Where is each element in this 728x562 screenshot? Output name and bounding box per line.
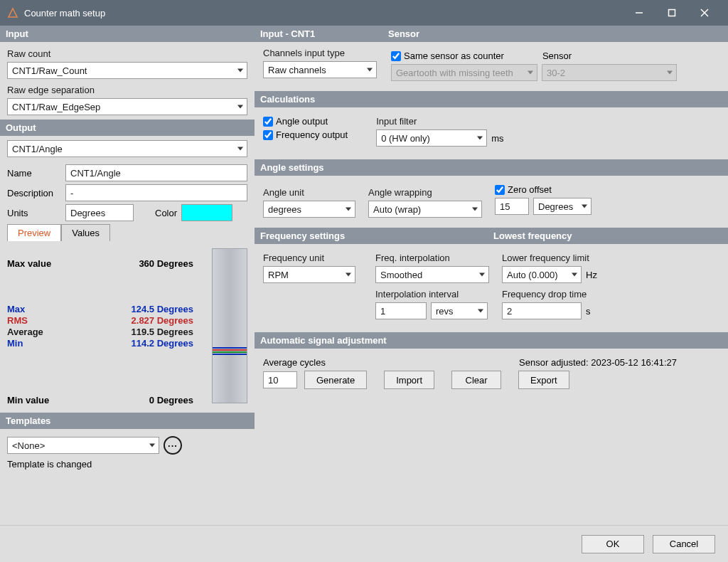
color-label: Color — [155, 208, 177, 218]
units-input[interactable] — [65, 204, 134, 221]
name-label: Name — [7, 168, 61, 179]
interp-interval-unit-select[interactable]: revs — [431, 302, 488, 319]
preview-bar-gauge — [212, 248, 247, 403]
angle-unit-label: Angle unit — [263, 187, 355, 198]
raw-edge-select[interactable]: CNT1/Raw_EdgeSep — [7, 98, 247, 115]
angle-unit-select[interactable]: degrees — [263, 201, 355, 218]
stat-rms-value: 2.827 Degrees — [132, 315, 193, 326]
freq-unit-label: Frequency unit — [263, 253, 363, 263]
template-select[interactable]: <None> — [7, 437, 159, 454]
stat-max-value: 124.5 Degrees — [132, 304, 193, 314]
same-sensor-cb-input[interactable] — [391, 51, 401, 61]
angle-wrap-label: Angle wrapping — [368, 187, 482, 198]
titlebar: Counter math setup — [0, 0, 728, 26]
freq-interp-select[interactable]: Smoothed — [375, 266, 489, 283]
min-value-label: Min value — [7, 395, 49, 405]
zero-offset-label: Zero offset — [508, 184, 552, 195]
lower-freq-select[interactable]: Auto (0.000) — [502, 266, 582, 283]
avg-cycles-label: Average cycles — [263, 357, 326, 368]
input-filter-select[interactable]: 0 (HW only) — [376, 129, 487, 147]
lower-freq-unit: Hz — [586, 270, 597, 280]
clear-button[interactable]: Clear — [451, 371, 501, 389]
app-logo-icon — [7, 7, 18, 18]
template-status: Template is changed — [7, 459, 247, 470]
stat-avg-value: 119.5 Degrees — [132, 327, 193, 337]
interp-interval-input[interactable] — [375, 302, 427, 319]
stat-max-label: Max — [7, 304, 25, 314]
stat-rms-label: RMS — [7, 315, 28, 326]
input-section-header: Input — [0, 26, 255, 42]
freq-unit-select[interactable]: RPM — [263, 266, 355, 283]
freq-interp-label: Freq. interpolation — [375, 253, 489, 263]
lower-freq-label: Lower frequency limit — [502, 253, 597, 263]
zero-offset-input[interactable] — [495, 198, 529, 215]
calculations-header: Calculations — [255, 91, 728, 107]
same-sensor-checkbox[interactable]: Same sensor as counter — [391, 51, 504, 61]
stat-min-value: 114.2 Degrees — [132, 338, 193, 349]
description-label: Description — [7, 188, 61, 198]
sensor-label: Sensor — [542, 51, 572, 61]
maximize-button[interactable] — [655, 0, 688, 26]
units-label: Units — [7, 208, 61, 218]
output-section-header: Output — [0, 120, 255, 136]
max-value-label: Max value — [7, 258, 51, 269]
freq-drop-unit: s — [586, 306, 591, 317]
raw-edge-label: Raw edge separation — [7, 85, 247, 95]
freq-settings-header: Frequency settings — [255, 228, 488, 244]
channels-input-select[interactable]: Raw channels — [263, 61, 377, 78]
svg-rect-1 — [669, 10, 675, 16]
stat-min-label: Min — [7, 338, 23, 349]
interp-interval-label: Interpolation interval — [375, 289, 489, 299]
stat-avg-label: Average — [7, 327, 43, 337]
tab-preview[interactable]: Preview — [7, 224, 61, 241]
window-title: Counter math setup — [24, 8, 623, 18]
raw-count-label: Raw count — [7, 48, 247, 59]
avg-cycles-input[interactable] — [263, 371, 297, 388]
angle-output-label: Angle output — [276, 116, 328, 127]
max-value: 360 Degrees — [139, 258, 193, 269]
auto-adjust-header: Automatic signal adjustment — [255, 332, 728, 349]
freq-output-label: Frequency output — [276, 129, 348, 140]
angle-output-checkbox[interactable]: Angle output — [263, 116, 348, 127]
description-input[interactable] — [65, 184, 247, 201]
generate-button[interactable]: Generate — [304, 371, 367, 389]
raw-count-select[interactable]: CNT1/Raw_Count — [7, 62, 247, 79]
freq-drop-label: Frequency drop time — [502, 289, 597, 299]
template-more-button[interactable]: ··· — [164, 436, 182, 455]
input-filter-label: Input filter — [376, 116, 503, 127]
same-sensor-label: Same sensor as counter — [404, 51, 504, 61]
angle-settings-header: Angle settings — [255, 159, 728, 176]
close-button[interactable] — [688, 0, 721, 26]
freq-output-checkbox[interactable]: Frequency output — [263, 129, 348, 140]
output-channel-select[interactable]: CNT1/Angle — [7, 140, 247, 157]
input-cnt-header: Input - CNT1 — [255, 26, 382, 42]
channels-input-label: Channels input type — [263, 48, 391, 58]
sensor-model-select: 30-2 — [542, 64, 677, 81]
angle-wrap-select[interactable]: Auto (wrap) — [368, 201, 482, 218]
tab-values[interactable]: Values — [61, 224, 110, 241]
cancel-button[interactable]: Cancel — [653, 535, 715, 553]
freq-drop-input[interactable] — [502, 302, 582, 319]
export-button[interactable]: Export — [518, 371, 569, 389]
input-filter-unit: ms — [491, 133, 503, 144]
minimize-button[interactable] — [623, 0, 655, 26]
zero-offset-unit-select[interactable]: Degrees — [533, 198, 592, 215]
zero-offset-checkbox[interactable]: Zero offset — [495, 184, 592, 195]
templates-section-header: Templates — [0, 413, 255, 429]
ok-button[interactable]: OK — [582, 535, 644, 553]
sensor-header: Sensor — [382, 26, 728, 42]
lowest-freq-header: Lowest frequency — [488, 228, 728, 244]
color-swatch[interactable] — [181, 204, 232, 221]
name-input[interactable] — [65, 164, 247, 181]
import-button[interactable]: Import — [384, 371, 434, 389]
sensor-type-select: Geartooth with missing teeth — [391, 64, 537, 81]
sensor-adjusted-label: Sensor adjusted: 2023-05-12 16:41:27 — [519, 357, 677, 368]
min-value: 0 Degrees — [149, 395, 193, 405]
